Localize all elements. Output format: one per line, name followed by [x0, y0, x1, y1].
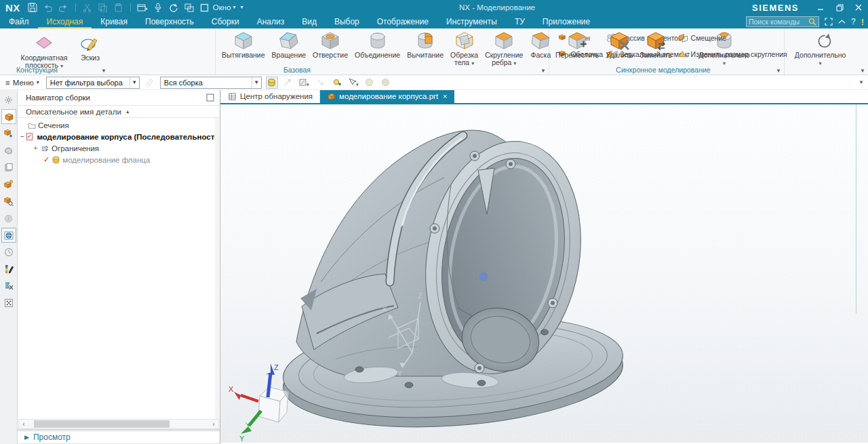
find-component-icon[interactable]: [1, 194, 16, 209]
collapse-expander[interactable]: −: [20, 133, 24, 140]
highlight-selection-icon[interactable]: [266, 77, 278, 89]
tree-row-flange[interactable]: ✓ моделирование фланца: [18, 154, 220, 165]
checkbox-checked[interactable]: ✓: [26, 133, 33, 140]
info-icon[interactable]: i: [1, 211, 16, 226]
window-box-icon[interactable]: [199, 2, 210, 13]
close-tab-icon[interactable]: ×: [443, 92, 447, 100]
selection-filter-select[interactable]: Нет фильтра выбора ▼: [46, 77, 140, 89]
graphics-canvas[interactable]: Z X Y X: [220, 104, 868, 443]
save-icon[interactable]: [27, 2, 38, 13]
tab-application[interactable]: Приложение: [534, 15, 599, 28]
tab-view[interactable]: Вид: [293, 15, 326, 28]
collapse-qat-icon[interactable]: ▾: [241, 5, 243, 10]
scrollbar-track[interactable]: [28, 420, 209, 428]
snap-point-icon[interactable]: ▾: [298, 77, 311, 89]
paste-icon[interactable]: [113, 2, 124, 13]
select-all-icon[interactable]: [331, 77, 343, 89]
sketch-button[interactable]: Эскиз: [76, 33, 104, 62]
selection-point[interactable]: [479, 273, 488, 281]
view-triad[interactable]: X Z Y: [229, 363, 288, 443]
datum-plane-button[interactable]: Координатная плоскость ▾: [12, 33, 76, 70]
tab-discovery-center[interactable]: Центр обнаружения: [220, 89, 320, 103]
delete-face-button[interactable]: Удалить: [602, 30, 636, 59]
preview-section[interactable]: ▶ Просмотр: [18, 429, 220, 444]
minimize-button[interactable]: [811, 0, 830, 15]
cut-icon[interactable]: [82, 2, 93, 13]
restore-button[interactable]: [830, 0, 849, 15]
vertical-scrollbar[interactable]: [215, 118, 219, 419]
move-face-button[interactable]: Переместить: [552, 30, 602, 59]
tab-render[interactable]: Отображение: [368, 15, 437, 28]
window-layout-icon[interactable]: [1, 296, 16, 310]
hole-button[interactable]: Отверстие: [309, 30, 351, 59]
tile-windows-icon[interactable]: [184, 2, 195, 13]
microphone-icon[interactable]: [153, 2, 163, 13]
roles-gear-icon[interactable]: [1, 92, 16, 107]
column-header[interactable]: Описательное имя детали ▲: [18, 106, 220, 118]
subtract-button[interactable]: Вычитание: [403, 30, 447, 59]
internet-browser-icon[interactable]: [1, 228, 16, 243]
visualization-icon[interactable]: [1, 279, 16, 294]
ribbon-options-arrow[interactable]: ▼: [860, 68, 865, 74]
full-screen-icon[interactable]: [825, 18, 833, 26]
tab-part-document[interactable]: моделирование корпуса.prt ×: [320, 89, 454, 103]
undock-panel-icon[interactable]: [206, 94, 214, 102]
horizontal-scrollbar[interactable]: ‹ ›: [18, 419, 219, 429]
tab-file[interactable]: Файл: [0, 15, 38, 28]
redo-icon[interactable]: [58, 2, 69, 13]
replace-face-button[interactable]: Заменить: [636, 30, 675, 59]
part-navigator-icon[interactable]: [1, 143, 16, 158]
toolbar-overflow-arrow[interactable]: ▼: [859, 79, 864, 85]
sphere-b-icon[interactable]: [380, 77, 392, 89]
copy-icon[interactable]: [98, 2, 108, 13]
tab-pmi[interactable]: ТУ: [506, 15, 534, 28]
trim-body-button[interactable]: Обрезка тела ▾: [447, 30, 481, 67]
command-search[interactable]: [746, 16, 819, 27]
help-icon[interactable]: ?: [851, 17, 856, 26]
revolve-button[interactable]: Вращение: [269, 30, 310, 59]
scroll-right-arrow[interactable]: ›: [209, 420, 218, 428]
edge-blend-button[interactable]: Скругление ребра ▾: [481, 30, 526, 67]
tab-analysis[interactable]: Анализ: [248, 15, 294, 28]
scroll-left-arrow[interactable]: ‹: [19, 420, 28, 428]
tab-selection[interactable]: Выбор: [326, 15, 368, 28]
tab-surface[interactable]: Поверхность: [136, 15, 203, 28]
assembly-navigator-icon[interactable]: [1, 109, 16, 124]
tab-tools[interactable]: Инструменты: [437, 15, 506, 28]
new-window-icon[interactable]: [137, 2, 148, 13]
materials-palette-icon[interactable]: [1, 262, 16, 277]
undo-icon[interactable]: [43, 2, 54, 13]
alert-icon[interactable]: !: [861, 17, 864, 27]
tab-curve[interactable]: Кривая: [92, 15, 136, 28]
selection-scope-select[interactable]: Вся сборка ▼: [160, 77, 262, 89]
close-button[interactable]: [849, 0, 868, 15]
filter-magnet-icon[interactable]: [144, 77, 156, 89]
tree-row-root-part[interactable]: − ✓ моделирование корпуса (Последователь…: [18, 131, 220, 142]
tab-assemblies[interactable]: Сборки: [203, 15, 248, 28]
deselect-icon[interactable]: [315, 77, 327, 89]
group-dialog-arrow[interactable]: ▼: [540, 68, 546, 74]
history-icon[interactable]: [1, 245, 16, 260]
minimize-ribbon-icon[interactable]: [838, 19, 846, 24]
cursor-select-icon[interactable]: ▾: [347, 77, 359, 89]
extrude-button[interactable]: Вытягивание: [218, 30, 269, 59]
scrollbar-thumb[interactable]: [34, 420, 170, 428]
search-icon[interactable]: [808, 18, 816, 26]
command-search-input[interactable]: [749, 18, 808, 26]
resize-blend-button[interactable]: Изменить размер скругления: [677, 49, 787, 60]
unite-button[interactable]: Объединение: [351, 30, 403, 59]
expand-expander[interactable]: +: [33, 144, 39, 152]
select-hidden-icon[interactable]: [282, 77, 294, 89]
window-menu[interactable]: Окно ▾ ▾: [213, 3, 243, 12]
tree-row-constraints[interactable]: + Ограничения: [18, 142, 220, 154]
constraint-navigator-icon[interactable]: [1, 126, 16, 141]
touch-mode-icon[interactable]: [168, 2, 179, 13]
offset-region-button[interactable]: Смещение: [677, 33, 787, 43]
tree-row-sections[interactable]: Сечения: [18, 119, 220, 131]
hd3d-tools-icon[interactable]: [1, 177, 16, 192]
tab-home[interactable]: Исходная: [38, 15, 92, 28]
sphere-a-icon[interactable]: [363, 77, 376, 89]
menu-button[interactable]: ≡ Меню ▾: [3, 79, 42, 87]
group-dialog-arrow[interactable]: ▼: [776, 68, 781, 74]
reuse-library-icon[interactable]: [1, 160, 16, 175]
